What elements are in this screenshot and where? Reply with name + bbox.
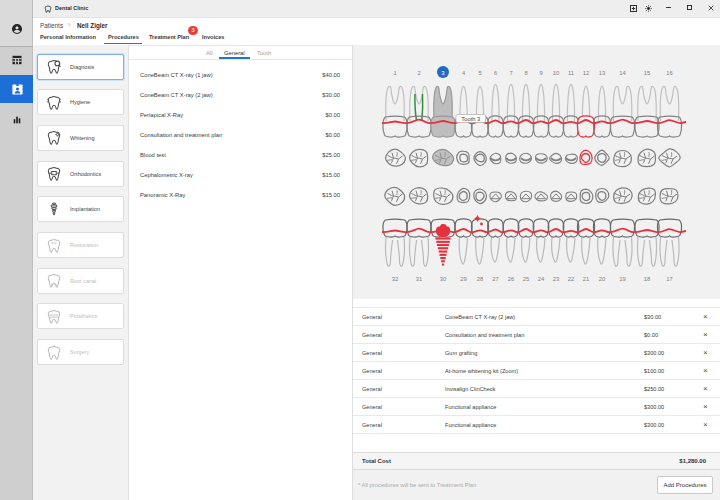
svg-text:32: 32 — [392, 276, 398, 282]
svg-text:25: 25 — [523, 276, 529, 282]
svg-text:9: 9 — [539, 70, 542, 76]
svg-text:17: 17 — [666, 276, 672, 282]
svg-text:30: 30 — [440, 276, 446, 282]
svg-text:12: 12 — [583, 70, 589, 76]
svg-text:26: 26 — [508, 276, 514, 282]
svg-text:28: 28 — [477, 276, 483, 282]
svg-text:29: 29 — [460, 276, 466, 282]
svg-text:13: 13 — [599, 70, 605, 76]
svg-text:2: 2 — [417, 70, 420, 76]
svg-text:7: 7 — [509, 70, 512, 76]
svg-text:15: 15 — [644, 70, 650, 76]
svg-text:24: 24 — [538, 276, 545, 282]
svg-text:14: 14 — [619, 70, 626, 76]
svg-text:4: 4 — [462, 70, 466, 76]
svg-text:23: 23 — [553, 276, 559, 282]
svg-text:6: 6 — [494, 70, 497, 76]
svg-text:10: 10 — [553, 70, 559, 76]
svg-text:31: 31 — [416, 276, 422, 282]
svg-text:18: 18 — [644, 276, 650, 282]
svg-text:Tooth 3: Tooth 3 — [461, 116, 480, 122]
svg-text:5: 5 — [478, 70, 481, 76]
svg-text:11: 11 — [568, 70, 574, 76]
svg-text:22: 22 — [568, 276, 574, 282]
svg-text:16: 16 — [666, 70, 672, 76]
svg-text:8: 8 — [524, 70, 527, 76]
svg-text:19: 19 — [619, 276, 625, 282]
svg-text:27: 27 — [492, 276, 498, 282]
svg-text:21: 21 — [583, 276, 589, 282]
svg-text:20: 20 — [599, 276, 605, 282]
svg-text:1: 1 — [393, 70, 396, 76]
